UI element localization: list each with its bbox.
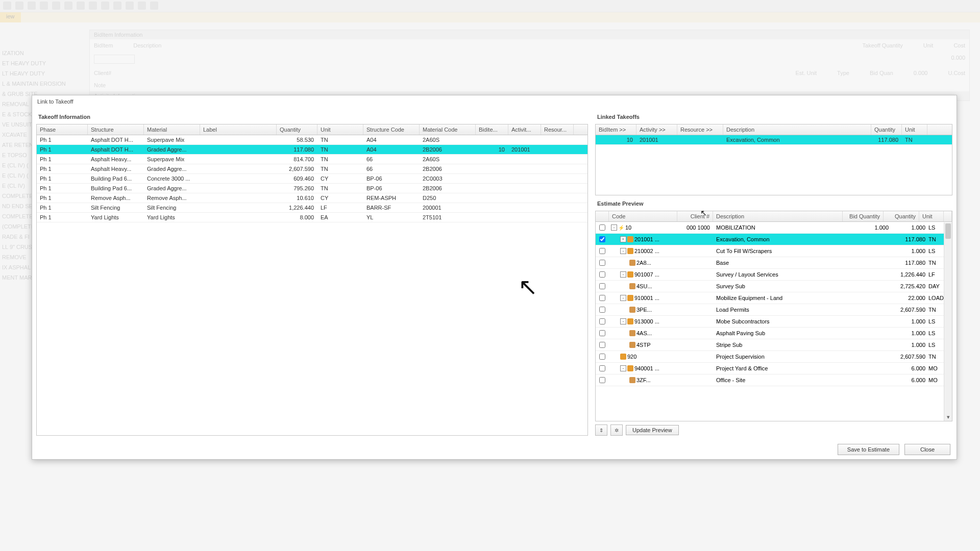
col-client[interactable]: Client #: [677, 211, 713, 221]
scroll-down-icon[interactable]: ▾: [944, 413, 952, 421]
bg-lbl-client: Client#: [94, 70, 111, 76]
save-to-estimate-button[interactable]: Save to Estimate: [838, 444, 899, 455]
takeoff-col-header[interactable]: Unit: [317, 124, 363, 135]
tree-toggle-icon[interactable]: -: [620, 271, 626, 278]
estimate-checkbox[interactable]: [599, 365, 605, 371]
estimate-checkbox[interactable]: [599, 330, 605, 336]
col-bidqty[interactable]: Bid Quantity: [843, 211, 884, 221]
tree-toggle-icon[interactable]: -: [611, 224, 617, 231]
estimate-row[interactable]: 3PE...Load Permits2,607.590TN: [596, 304, 952, 316]
linked-row[interactable]: 10201001Excavation, Common117.080TN: [596, 135, 952, 145]
col-qty[interactable]: Quantity: [884, 211, 919, 221]
cell: [508, 184, 541, 193]
col-code[interactable]: Code: [609, 211, 677, 221]
tree-toggle-icon[interactable]: -: [620, 248, 626, 254]
code-text: 201001 ...: [634, 236, 659, 242]
estimate-row[interactable]: 4STPStripe Sub1.000LS: [596, 339, 952, 351]
estimate-heading: Estimate Preview: [595, 195, 952, 211]
cell: 117.080: [892, 260, 927, 266]
linked-col-header[interactable]: Quantity: [871, 124, 902, 135]
col-desc[interactable]: Description: [713, 211, 843, 221]
estimate-checkbox[interactable]: [599, 377, 605, 383]
cell: 1.000: [892, 248, 927, 254]
estimate-row[interactable]: - 940001 ...Project Yard & Office6.000MO: [596, 363, 952, 374]
tree-toggle-icon[interactable]: -: [620, 318, 626, 324]
estimate-checkbox[interactable]: [599, 271, 605, 278]
takeoff-row[interactable]: Ph 1Yard LightsYard Lights8.000EAYL2T510…: [37, 213, 587, 222]
cell: Graded Aggre...: [144, 184, 200, 193]
cell: 2C0003: [420, 174, 476, 183]
cell: 2,607.590: [892, 307, 927, 313]
linked-col-header[interactable]: Resource >>: [677, 124, 723, 135]
linked-grid[interactable]: BidItem >>Activity >>Resource >>Descript…: [595, 124, 952, 195]
estimate-checkbox[interactable]: [599, 354, 605, 360]
estimate-checkbox[interactable]: [599, 318, 605, 324]
cell: 2B2006: [420, 164, 476, 173]
takeoff-col-header[interactable]: Quantity: [277, 124, 317, 135]
estimate-row[interactable]: + 201001 ...Excavation, Common117.080TN: [596, 234, 952, 245]
takeoff-col-header[interactable]: Phase: [37, 124, 88, 135]
takeoff-col-header[interactable]: Activit...: [508, 124, 541, 135]
estimate-grid[interactable]: Code Client # Description Bid Quantity Q…: [595, 211, 952, 421]
collapse-all-button[interactable]: ⇕: [595, 424, 607, 436]
takeoff-col-header[interactable]: Structure Code: [363, 124, 420, 135]
estimate-scrollbar[interactable]: ▴ ▾: [944, 222, 952, 421]
tree-toggle-icon[interactable]: +: [620, 236, 626, 242]
linked-col-header[interactable]: Unit: [902, 124, 927, 135]
takeoff-row[interactable]: Ph 1Asphalt Heavy...Graded Aggre...2,607…: [37, 164, 587, 174]
cell: 1.000: [892, 224, 927, 231]
cell: [200, 203, 277, 212]
update-preview-button[interactable]: Update Preview: [626, 425, 679, 435]
cell: 201001: [508, 145, 541, 154]
tree-toggle-icon[interactable]: -: [620, 365, 626, 371]
estimate-row[interactable]: 2A8...Base117.080TN: [596, 257, 952, 269]
takeoff-col-header[interactable]: Bidite...: [476, 124, 508, 135]
estimate-row[interactable]: -⚡ 10000 1000MOBILIZATION1.0001.000LS: [596, 222, 952, 234]
expand-all-button[interactable]: ✲: [610, 424, 623, 436]
takeoff-row[interactable]: Ph 1Silt FencingSilt Fencing1,226.440LFB…: [37, 203, 587, 213]
cell: [541, 135, 574, 144]
takeoff-col-header[interactable]: Label: [200, 124, 277, 135]
takeoff-row[interactable]: Ph 1Remove Asph...Remove Asph...10.610CY…: [37, 193, 587, 203]
cell: 117.080: [892, 236, 927, 242]
cell: A04: [363, 145, 420, 154]
estimate-row[interactable]: - 901007 ...Survey / Layout Services1,22…: [596, 269, 952, 281]
cell: [476, 203, 508, 212]
linked-col-header[interactable]: Activity >>: [636, 124, 677, 135]
close-button[interactable]: Close: [904, 444, 950, 455]
takeoff-row[interactable]: Ph 1Building Pad 6...Graded Aggre...795.…: [37, 184, 587, 193]
estimate-row[interactable]: 3ZF...Office - Site6.000MO: [596, 374, 952, 386]
takeoff-row[interactable]: Ph 1Asphalt DOT H...Graded Aggre...117.0…: [37, 145, 587, 155]
takeoff-col-header[interactable]: Material Code: [420, 124, 476, 135]
estimate-row[interactable]: - 910001 ...Mobilize Equipment - Land22.…: [596, 292, 952, 304]
cell: TN: [902, 135, 927, 144]
code-text: 920: [627, 354, 636, 360]
estimate-row[interactable]: - 913000 ...Mobe Subcontractors1.000LS: [596, 316, 952, 328]
col-unit[interactable]: Unit: [919, 211, 944, 221]
estimate-checkbox[interactable]: [599, 295, 605, 301]
cell: 1,226.440: [892, 271, 927, 278]
takeoff-row[interactable]: Ph 1Asphalt DOT H...Superpave Mix58.530T…: [37, 135, 587, 145]
estimate-row[interactable]: 920Project Supervision2,607.590TN: [596, 351, 952, 363]
takeoff-row[interactable]: Ph 1Building Pad 6...Concrete 3000 ...60…: [37, 174, 587, 184]
estimate-row[interactable]: 4SU...Survey Sub2,725.420DAY: [596, 281, 952, 292]
scroll-thumb[interactable]: [945, 223, 951, 239]
takeoff-grid[interactable]: PhaseStructureMaterialLabelQuantityUnitS…: [36, 124, 588, 436]
estimate-checkbox[interactable]: [599, 248, 605, 254]
estimate-checkbox[interactable]: [599, 342, 605, 348]
takeoff-col-header[interactable]: Material: [144, 124, 200, 135]
takeoff-col-header[interactable]: Resour...: [541, 124, 574, 135]
estimate-checkbox[interactable]: [599, 283, 605, 289]
estimate-checkbox[interactable]: [599, 260, 605, 266]
estimate-checkbox[interactable]: [599, 224, 605, 231]
linked-col-header[interactable]: BidItem >>: [596, 124, 636, 135]
takeoff-col-header[interactable]: Structure: [88, 124, 144, 135]
estimate-row[interactable]: 4AS...Asphalt Paving Sub1.000LS: [596, 328, 952, 339]
estimate-checkbox[interactable]: [599, 307, 605, 313]
takeoff-row[interactable]: Ph 1Asphalt Heavy...Superpave Mix814.700…: [37, 155, 587, 164]
bolt-icon: ⚡: [618, 225, 624, 231]
estimate-checkbox[interactable]: [599, 236, 605, 242]
linked-col-header[interactable]: Description: [723, 124, 871, 135]
tree-toggle-icon[interactable]: -: [620, 295, 626, 301]
estimate-row[interactable]: - 210002 ...Cut To Fill W/Scrapers1.000L…: [596, 245, 952, 257]
